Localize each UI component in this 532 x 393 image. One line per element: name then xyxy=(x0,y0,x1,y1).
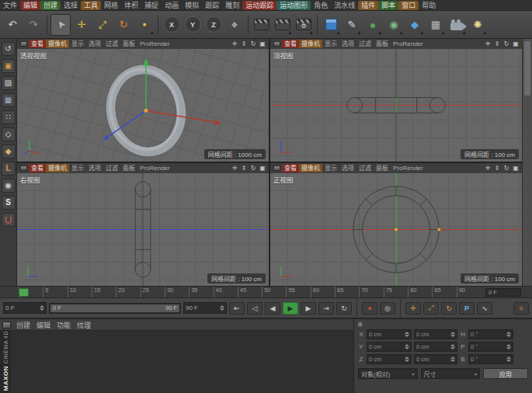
zoom-view-icon[interactable]: ⇕ xyxy=(239,40,249,47)
menu-help[interactable]: 帮助 xyxy=(419,1,439,10)
goto-start-button[interactable]: ⇤ xyxy=(229,302,245,315)
rotate-view-icon[interactable]: ↻ xyxy=(502,165,511,172)
front-view[interactable]: 正视图 网格间距 : 100 cm xyxy=(270,173,522,286)
lock-x-axis-button[interactable]: X xyxy=(162,14,182,36)
vp-menu-options[interactable]: 选项 xyxy=(339,40,356,48)
rotation-p-field[interactable]: 0 ° xyxy=(468,342,513,352)
vp-menu-options[interactable]: 选项 xyxy=(86,164,103,172)
vp-menu-filter[interactable]: 过滤 xyxy=(356,40,374,48)
menu-window[interactable]: 窗口 xyxy=(398,1,419,10)
vp-menu-options[interactable]: 选项 xyxy=(86,40,103,48)
menu-select[interactable]: 选择 xyxy=(61,1,81,10)
menu-script[interactable]: 脚本 xyxy=(378,1,398,10)
front-canvas[interactable] xyxy=(270,173,522,286)
record-parameter-button[interactable]: P xyxy=(459,302,475,315)
vp-menu-view[interactable]: 查看 xyxy=(29,40,46,48)
vp-menu-display[interactable]: 显示 xyxy=(322,40,339,48)
menu-simulate[interactable]: 模拟 xyxy=(182,1,202,10)
environment-button[interactable]: ▦ xyxy=(426,14,446,36)
rotate-view-icon[interactable]: ↻ xyxy=(502,40,511,47)
vp-menu-camera[interactable]: 摄像机 xyxy=(299,164,322,172)
vp-menu-view[interactable]: 查看 xyxy=(29,164,46,172)
vp-menu-prorender[interactable]: ProRender xyxy=(137,40,172,48)
menu-mograph[interactable]: 运动图形 xyxy=(276,1,311,10)
vp-menu-prorender[interactable]: ProRender xyxy=(391,164,426,172)
record-scale-button[interactable]: ⤢ xyxy=(423,302,439,315)
camera-button[interactable] xyxy=(447,14,467,36)
lock-y-axis-button[interactable]: Y xyxy=(183,14,203,36)
viewport-panel-icon[interactable] xyxy=(273,41,280,47)
render-picture-viewer-button[interactable] xyxy=(273,14,293,36)
pan-view-icon[interactable]: ✛ xyxy=(483,40,492,47)
menu-sculpt[interactable]: 雕刻 xyxy=(222,1,242,10)
menu-file[interactable]: 文件 xyxy=(0,1,20,10)
move-tool-button[interactable]: ✛ xyxy=(71,14,92,36)
field-spinner[interactable] xyxy=(450,332,455,337)
maximize-view-icon[interactable]: ▣ xyxy=(511,165,520,172)
scrollbar-handle[interactable] xyxy=(524,41,530,96)
vp-menu-display[interactable]: 显示 xyxy=(322,164,339,172)
top-canvas[interactable] xyxy=(270,49,522,162)
material-panel-icon[interactable] xyxy=(2,322,11,329)
edges-mode-button[interactable]: ◇ xyxy=(2,127,16,141)
autokey-button[interactable]: ◎ xyxy=(380,302,395,315)
playhead[interactable] xyxy=(19,288,29,297)
vp-menu-display[interactable]: 显示 xyxy=(69,164,86,172)
vp-menu-filter[interactable]: 过滤 xyxy=(356,164,374,172)
timeline-menu-button[interactable]: ≡ xyxy=(513,302,529,315)
field-spinner[interactable] xyxy=(450,356,455,362)
size-z-field[interactable]: 0 cm xyxy=(414,354,457,364)
menu-animate[interactable]: 动画 xyxy=(162,1,182,10)
quantize-button[interactable]: ⋃ xyxy=(2,213,16,227)
menu-edit[interactable]: 编辑 xyxy=(20,1,40,10)
menu-motion-tracker[interactable]: 运动跟踪 xyxy=(242,1,276,10)
pan-view-icon[interactable]: ✛ xyxy=(483,165,492,172)
polygons-mode-button[interactable]: ◆ xyxy=(2,144,16,158)
zoom-view-icon[interactable]: ⇕ xyxy=(492,165,502,172)
vp-menu-prorender[interactable]: ProRender xyxy=(391,40,426,48)
model-mode-button[interactable]: ▣ xyxy=(2,59,16,73)
top-view[interactable]: 顶视图 网格间距 : 100 cm xyxy=(270,49,522,162)
right-view[interactable]: 右视图 网格间距 : 100 cm xyxy=(17,173,269,286)
rotation-b-field[interactable]: 0 ° xyxy=(468,354,513,364)
vp-menu-prorender[interactable]: ProRender xyxy=(137,164,172,172)
rotate-tool-button[interactable]: ↻ xyxy=(113,14,134,36)
menu-tools[interactable]: 工具 xyxy=(81,1,101,10)
prev-frame-button[interactable]: ◀ xyxy=(265,302,280,315)
prev-key-button[interactable]: ◁ xyxy=(247,302,263,315)
vp-menu-display[interactable]: 显示 xyxy=(69,40,86,48)
spline-pen-button[interactable]: ✎ xyxy=(342,14,362,36)
material-menu-edit[interactable]: 编辑 xyxy=(33,320,54,330)
current-frame-field[interactable]: 0 F xyxy=(3,302,47,314)
field-spinner[interactable] xyxy=(405,332,409,337)
record-position-button[interactable]: ✛ xyxy=(405,302,421,315)
size-y-field[interactable]: 0 cm xyxy=(414,342,457,352)
texture-mode-button[interactable]: ▨ xyxy=(2,76,16,90)
rotate-view-icon[interactable]: ↻ xyxy=(249,40,258,47)
pan-view-icon[interactable]: ✛ xyxy=(230,165,239,172)
points-mode-button[interactable]: ∷ xyxy=(2,110,16,124)
play-button[interactable]: ▶ xyxy=(283,302,298,315)
vp-menu-options[interactable]: 选项 xyxy=(339,164,356,172)
field-spinner[interactable] xyxy=(506,332,511,337)
redo-button[interactable]: ↷ xyxy=(23,14,43,36)
perspective-view[interactable]: 透视视图 网格间距 : 1000 cm xyxy=(17,49,269,162)
vp-menu-camera[interactable]: 摄像机 xyxy=(46,40,69,48)
maximize-view-icon[interactable]: ▣ xyxy=(258,165,267,172)
menu-pipeline[interactable]: 流水线 xyxy=(331,1,358,10)
make-editable-button[interactable]: ↺ xyxy=(2,42,16,56)
rotation-h-field[interactable]: 0 ° xyxy=(468,329,513,339)
rotate-view-icon[interactable]: ↻ xyxy=(249,165,258,172)
record-rotation-button[interactable]: ↻ xyxy=(441,302,457,315)
field-spinner[interactable] xyxy=(220,305,224,311)
light-button[interactable]: ✺ xyxy=(468,14,488,36)
maximize-view-icon[interactable]: ▣ xyxy=(258,40,267,47)
preview-range-slider[interactable]: 0 F90 F xyxy=(49,303,181,314)
goto-end-button[interactable]: ⇥ xyxy=(318,302,334,315)
menu-volume[interactable]: 体积 xyxy=(121,1,141,10)
record-pla-button[interactable]: ∿ xyxy=(477,302,492,315)
vp-menu-view[interactable]: 查看 xyxy=(282,40,299,48)
apply-button[interactable]: 应用 xyxy=(483,368,528,379)
generators-button[interactable]: ◉ xyxy=(384,14,404,36)
vp-menu-filter[interactable]: 过滤 xyxy=(103,40,120,48)
